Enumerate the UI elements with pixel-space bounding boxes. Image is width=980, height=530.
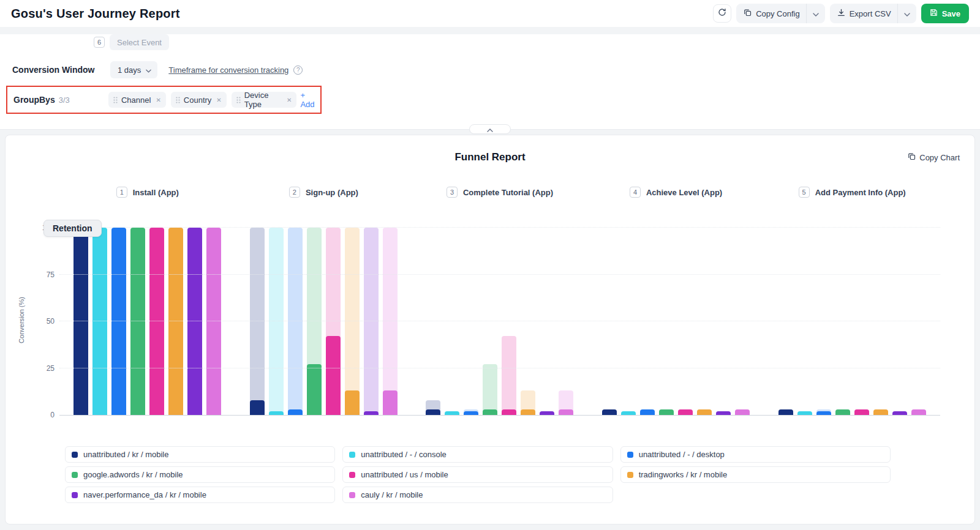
export-csv-button[interactable]: Export CSV bbox=[830, 4, 897, 23]
topbar-actions: Copy Config Export CSV bbox=[713, 4, 969, 23]
funnel-bar[interactable] bbox=[559, 228, 573, 415]
funnel-bar[interactable] bbox=[206, 228, 221, 415]
funnel-bar-value bbox=[778, 409, 793, 415]
legend-item[interactable]: tradingworks / kr / mobile bbox=[620, 466, 891, 483]
funnel-bar[interactable] bbox=[621, 228, 636, 415]
funnel-bar[interactable] bbox=[307, 228, 322, 415]
funnel-step-header: 3Complete Tutorial (App) bbox=[412, 187, 588, 198]
legend-label: google.adwords / kr / mobile bbox=[83, 470, 183, 479]
groupby-chip[interactable]: Channel✕ bbox=[108, 92, 166, 108]
funnel-bar[interactable] bbox=[602, 228, 617, 415]
funnel-bar[interactable] bbox=[797, 228, 812, 415]
step-label: Add Payment Info (App) bbox=[815, 188, 906, 197]
funnel-steps: 1Install (App)2Sign-up (App)3Complete Tu… bbox=[59, 187, 940, 198]
step-label: Install (App) bbox=[133, 188, 179, 197]
funnel-bar[interactable] bbox=[168, 228, 183, 415]
funnel-bar[interactable] bbox=[502, 228, 516, 415]
chevron-up-icon bbox=[487, 124, 493, 135]
funnel-bar[interactable] bbox=[521, 228, 535, 415]
copy-config-label: Copy Config bbox=[756, 9, 800, 18]
funnel-bar-value bbox=[464, 411, 478, 415]
funnel-bar[interactable] bbox=[445, 228, 459, 415]
funnel-bar[interactable] bbox=[892, 228, 907, 415]
step-number-badge: 4 bbox=[630, 187, 641, 198]
chip-remove-icon[interactable]: ✕ bbox=[156, 97, 160, 103]
groupby-chip[interactable]: Country✕ bbox=[171, 92, 227, 108]
conversion-window-select[interactable]: 1 days bbox=[110, 61, 157, 78]
funnel-bar[interactable] bbox=[816, 228, 831, 415]
funnel-bar[interactable] bbox=[130, 228, 145, 415]
legend-item[interactable]: unattributed / us / mobile bbox=[342, 466, 612, 483]
funnel-bar-value bbox=[559, 409, 573, 415]
funnel-bar[interactable] bbox=[326, 228, 341, 415]
conversion-tracking-link[interactable]: Timeframe for conversion tracking bbox=[168, 65, 288, 75]
save-button[interactable]: Save bbox=[921, 4, 969, 23]
funnel-bar-value bbox=[206, 228, 221, 415]
funnel-bar[interactable] bbox=[111, 228, 126, 415]
funnel-bar[interactable] bbox=[74, 228, 88, 415]
funnel-bar-value bbox=[383, 390, 398, 415]
funnel-bar[interactable] bbox=[778, 228, 793, 415]
funnel-bar-value bbox=[659, 409, 674, 415]
funnel-bar-value bbox=[250, 400, 265, 415]
funnel-bar[interactable] bbox=[697, 228, 712, 415]
export-csv-dropdown[interactable] bbox=[897, 4, 916, 23]
legend-item[interactable]: unattributed / kr / mobile bbox=[65, 446, 335, 463]
copy-config-button[interactable]: Copy Config bbox=[736, 4, 806, 23]
gridline bbox=[59, 274, 940, 275]
y-tick-label: 25 bbox=[36, 364, 55, 373]
funnel-bar[interactable] bbox=[678, 228, 693, 415]
funnel-bar[interactable] bbox=[288, 228, 303, 415]
groupbys-count: 3/3 bbox=[59, 95, 70, 105]
funnel-bar[interactable] bbox=[835, 228, 850, 415]
funnel-bar[interactable] bbox=[345, 228, 360, 415]
legend-item[interactable]: naver.performance_da / kr / mobile bbox=[65, 487, 335, 503]
funnel-bar[interactable] bbox=[92, 228, 107, 415]
chip-label: Channel bbox=[121, 95, 151, 105]
funnel-bar[interactable] bbox=[483, 228, 497, 415]
copy-config-dropdown[interactable] bbox=[806, 4, 825, 23]
funnel-bar-value bbox=[288, 409, 303, 415]
funnel-plot-slots bbox=[59, 228, 940, 415]
funnel-bar[interactable] bbox=[269, 228, 284, 415]
funnel-bar[interactable] bbox=[540, 228, 554, 415]
legend-item[interactable]: google.adwords / kr / mobile bbox=[65, 466, 335, 483]
add-groupby-button[interactable]: + Add bbox=[300, 91, 320, 109]
funnel-step-header: 4Achieve Level (App) bbox=[588, 187, 764, 198]
funnel-bar[interactable] bbox=[735, 228, 750, 415]
chip-remove-icon[interactable]: ✕ bbox=[216, 97, 221, 103]
funnel-bar[interactable] bbox=[187, 228, 202, 415]
funnel-bar-value bbox=[502, 409, 516, 415]
funnel-bar[interactable] bbox=[659, 228, 674, 415]
funnel-bar[interactable] bbox=[250, 228, 265, 415]
help-icon[interactable]: ? bbox=[293, 65, 303, 75]
legend-item[interactable]: unattributed / - / console bbox=[342, 446, 612, 463]
funnel-bar-ghost bbox=[383, 228, 398, 415]
collapse-config-button[interactable] bbox=[469, 124, 511, 134]
funnel-bar[interactable] bbox=[426, 228, 440, 415]
funnel-step-group bbox=[59, 228, 236, 415]
funnel-bar-ghost bbox=[345, 228, 360, 415]
copy-config-split-button: Copy Config bbox=[736, 4, 825, 23]
funnel-bar[interactable] bbox=[640, 228, 655, 415]
funnel-bar[interactable] bbox=[364, 228, 379, 415]
funnel-bar[interactable] bbox=[911, 228, 926, 415]
chip-remove-icon[interactable]: ✕ bbox=[287, 97, 292, 103]
step-number-badge: 5 bbox=[799, 187, 810, 198]
funnel-bar[interactable] bbox=[854, 228, 869, 415]
funnel-bar[interactable] bbox=[383, 228, 398, 415]
select-event-button[interactable]: Select Event bbox=[110, 34, 169, 50]
drag-handle-icon bbox=[236, 97, 241, 103]
report-config-panel: 6 Select Event Conversion Window 1 days … bbox=[0, 34, 980, 130]
refresh-button[interactable] bbox=[713, 4, 731, 23]
funnel-bar[interactable] bbox=[873, 228, 888, 415]
legend-item[interactable]: unattributed / - / desktop bbox=[620, 446, 891, 463]
chevron-down-icon bbox=[904, 9, 910, 18]
funnel-bar[interactable] bbox=[149, 228, 164, 415]
funnel-bar[interactable] bbox=[716, 228, 731, 415]
legend-item[interactable]: cauly / kr / mobile bbox=[342, 487, 612, 503]
funnel-bar-value bbox=[602, 409, 617, 415]
copy-chart-button[interactable]: Copy Chart bbox=[908, 152, 960, 162]
groupby-chip[interactable]: Device Type✕ bbox=[232, 92, 297, 108]
funnel-bar[interactable] bbox=[464, 228, 478, 415]
